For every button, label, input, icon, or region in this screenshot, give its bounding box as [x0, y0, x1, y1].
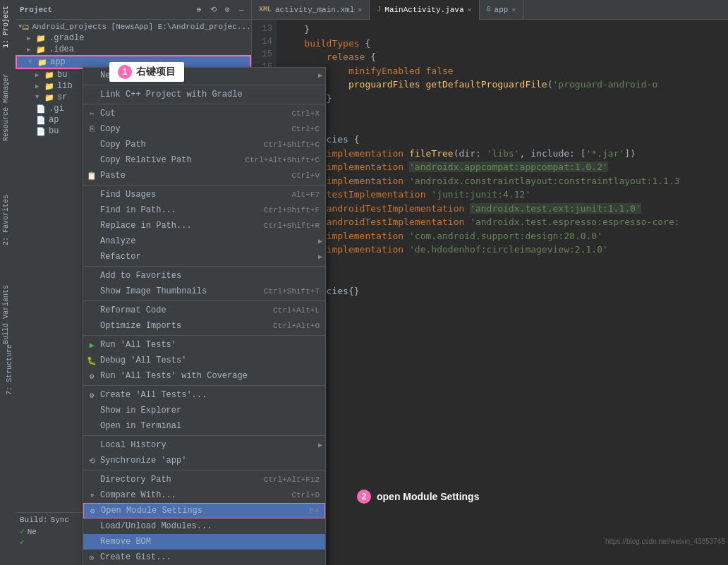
- compare-icon: ⚬: [87, 491, 97, 500]
- menu-label-paste: Paste: [100, 171, 277, 181]
- menu-item-cut[interactable]: ✂ Cut Ctrl+X: [83, 106, 325, 121]
- sidebar-tab-resource[interactable]: Resource Manager: [0, 68, 16, 147]
- menu-label-createtests: Create 'All Tests'...: [100, 390, 320, 400]
- menu-item-refactor[interactable]: Refactor ▶: [83, 249, 325, 265]
- code-line-empty4: [282, 270, 728, 284]
- bu-label: bu: [57, 70, 67, 80]
- menu-label-debugtests: Debug 'All Tests': [100, 356, 320, 365]
- code-line-empty2: [282, 119, 728, 133]
- build-label: Build:: [20, 516, 48, 524]
- shortcut-replaceinpath: Ctrl+Shift+R: [264, 221, 320, 230]
- menu-item-showinexplorer[interactable]: Show in Explorer: [83, 403, 325, 418]
- menu-item-dirpath[interactable]: Directory Path Ctrl+Alt+F12: [83, 472, 325, 487]
- menu-item-localhistory[interactable]: Local History ▶: [83, 437, 325, 453]
- sep-1: [83, 85, 325, 85]
- submenu-arrow-localhistory: ▶: [318, 441, 322, 449]
- menu-label-optimize: Optimize Imports: [100, 321, 259, 331]
- code-line-16: minifyEnabled false: [282, 64, 728, 78]
- menu-item-paste[interactable]: 📋 Paste Ctrl+V: [83, 168, 325, 183]
- code-line-empty3: [282, 257, 728, 271]
- menu-label-replaceinpath: Replace in Path...: [100, 221, 250, 231]
- sidebar-tab-project[interactable]: 1: Project: [0, 0, 16, 54]
- code-line-atest1: androidTestImplementation 'androidx.test…: [282, 202, 728, 216]
- file-icon-gi: 📄: [35, 104, 47, 114]
- menu-item-optimize[interactable]: Optimize Imports Ctrl+Alt+O: [83, 318, 325, 334]
- menu-item-reformat[interactable]: Reformat Code Ctrl+Alt+L: [83, 303, 325, 318]
- menu-label-sync: Synchronize 'app': [100, 456, 320, 466]
- new-label: Ne: [28, 528, 37, 536]
- menu-item-sync[interactable]: ⟲ Synchronize 'app': [83, 453, 325, 468]
- menu-item-favorites[interactable]: Add to Favorites: [83, 268, 325, 284]
- shortcut-copypath: Ctrl+Shift+C: [264, 140, 320, 149]
- menu-item-openinterminal[interactable]: Open in Terminal: [83, 418, 325, 434]
- menu-item-thumbnails[interactable]: Show Image Thumbnails Ctrl+Shift+T: [83, 284, 325, 299]
- tree-item-gradle[interactable]: ▶ 📁 .gradle: [16, 32, 251, 44]
- menu-label-findusages: Find Usages: [100, 190, 277, 200]
- tab-app[interactable]: G app ✕: [480, 0, 524, 20]
- annotation-circle-1: 1: [118, 65, 132, 79]
- arrow-bu: ▶: [35, 71, 44, 79]
- shortcut-dirpath: Ctrl+Alt+F12: [264, 475, 320, 484]
- refresh-icon[interactable]: ⟲: [207, 4, 219, 16]
- code-line-15: release {: [282, 50, 728, 64]
- tab-mainactivity[interactable]: J MainActivity.java ✕: [370, 0, 479, 20]
- close-tab-activity[interactable]: ✕: [358, 6, 362, 14]
- menu-item-creategist[interactable]: ⊙ Create Gist...: [83, 549, 325, 565]
- tree-item-idea[interactable]: ▶ 📁 .idea: [16, 44, 251, 55]
- submenu-arrow-refactor: ▶: [318, 253, 322, 261]
- context-menu: New ▶ Link C++ Project with Gradle ✂ Cut…: [83, 67, 326, 565]
- sidebar-tab-favorites[interactable]: 2: Favorites: [0, 189, 16, 251]
- shortcut-findinpath: Ctrl+Shift+F: [264, 206, 320, 214]
- gi-label: .gi: [49, 104, 64, 114]
- tab-activity-main[interactable]: XML activity_main.xml ✕: [252, 0, 370, 20]
- run-icon: ▶: [87, 341, 97, 350]
- annotation-text-1: 右键项目: [136, 66, 176, 78]
- sep-3: [83, 185, 325, 186]
- sync-icon[interactable]: ⊕: [193, 4, 205, 16]
- folder-icon-lib: 📁: [44, 81, 55, 91]
- menu-item-copy[interactable]: ⎘ Copy Ctrl+C: [83, 121, 325, 137]
- menu-item-createtests[interactable]: ⚙ Create 'All Tests'...: [83, 387, 325, 403]
- tree-item-root[interactable]: ▼ 🗂 Android_projects [NewsApp] E:\Androi…: [16, 21, 251, 32]
- menu-label-loadunload: Load/Unload Modules...: [100, 521, 320, 531]
- settings-icon[interactable]: ⚙: [222, 4, 233, 16]
- menu-label-copyrel: Copy Relative Path: [100, 155, 231, 165]
- annotation-2: 2 open Module Settings: [346, 485, 490, 508]
- menu-label-favorites: Add to Favorites: [100, 271, 320, 281]
- menu-item-compare[interactable]: ⚬ Compare With... Ctrl+D: [83, 487, 325, 503]
- shortcut-reformat: Ctrl+Alt+L: [273, 306, 320, 315]
- cut-icon: ✂: [87, 109, 97, 119]
- menu-item-removebom[interactable]: Remove BOM: [83, 534, 325, 549]
- menu-item-debugtests[interactable]: 🐛 Debug 'All Tests': [83, 353, 325, 368]
- root-label: Android_projects [NewsApp] E:\Android_pr…: [32, 23, 250, 31]
- menu-item-copyrel[interactable]: Copy Relative Path Ctrl+Alt+Shift+C: [83, 152, 325, 168]
- menu-item-linkcpp[interactable]: Link C++ Project with Gradle: [83, 87, 325, 102]
- menu-item-analyze[interactable]: Analyze ▶: [83, 233, 325, 249]
- close-tab-main[interactable]: ✕: [468, 6, 472, 14]
- tab-label-activity: activity_main.xml: [275, 6, 354, 14]
- sync-menu-icon: ⟲: [87, 456, 97, 466]
- submenu-arrow-analyze: ▶: [318, 237, 322, 245]
- menu-label-cut: Cut: [100, 109, 277, 119]
- close-tab-app[interactable]: ✕: [511, 6, 516, 14]
- menu-item-findinpath[interactable]: Find in Path... Ctrl+Shift+F: [83, 202, 325, 218]
- menu-label-runcoverage: Run 'All Tests' with Coverage: [100, 371, 320, 381]
- menu-label-copypath: Copy Path: [100, 140, 250, 150]
- watermark: https://blog.csdn.net/weixin_43853746: [605, 537, 725, 545]
- menu-item-copypath[interactable]: Copy Path Ctrl+Shift+C: [83, 137, 325, 152]
- menu-item-runtests[interactable]: ▶ Run 'All Tests': [83, 337, 325, 353]
- menu-item-replaceinpath[interactable]: Replace in Path... Ctrl+Shift+R: [83, 218, 325, 233]
- xml-icon: XML: [259, 6, 272, 13]
- sidebar-tab-structure[interactable]: 7: Structure: [4, 339, 16, 401]
- menu-item-runcoverage[interactable]: ⚙ Run 'All Tests' with Coverage: [83, 368, 325, 384]
- shortcut-modulesettings: F4: [310, 506, 319, 515]
- folder-icon-idea: 📁: [35, 44, 47, 54]
- menu-item-findusages[interactable]: Find Usages Alt+F7: [83, 187, 325, 202]
- menu-label-refactor: Refactor: [100, 252, 320, 262]
- copy-icon: ⎘: [87, 125, 97, 133]
- minimize-icon[interactable]: —: [236, 4, 247, 16]
- menu-item-loadunload[interactable]: Load/Unload Modules...: [83, 518, 325, 534]
- code-line-atest2: androidTestImplementation 'androidx.test…: [282, 215, 728, 229]
- shortcut-optimize: Ctrl+Alt+O: [273, 322, 320, 330]
- menu-item-modulesettings[interactable]: ⚙ Open Module Settings F4: [83, 503, 325, 518]
